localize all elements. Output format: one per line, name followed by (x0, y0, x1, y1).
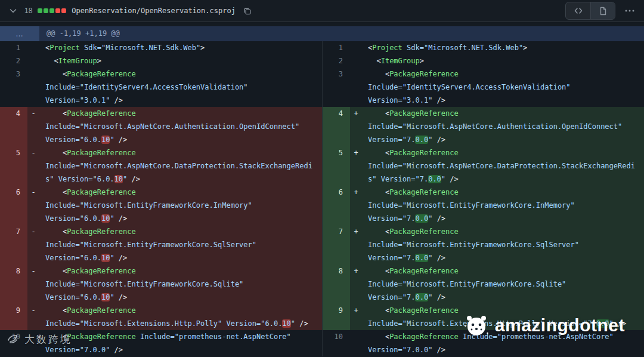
line-number[interactable]: 5 (0, 146, 27, 186)
diff-sign (27, 330, 39, 356)
kebab-horizontal-icon (624, 7, 635, 15)
word-diff-highlight: 0.0 (415, 254, 428, 262)
diff-row-left-2: 2 <ItemGroup> (0, 54, 322, 67)
word-diff-highlight: 10 (282, 319, 290, 328)
word-diff-highlight: 0.0 (596, 319, 609, 328)
code-line: <PackageReference Include="prometheus-ne… (362, 330, 644, 356)
word-diff-highlight: 10 (101, 254, 110, 262)
diff-row-left-1: 1<Project Sdk="Microsoft.NET.Sdk.Web"> (0, 41, 322, 54)
line-number[interactable]: 3 (323, 67, 350, 107)
code-line: <PackageReference Include="Microsoft.Ent… (362, 186, 644, 225)
diff-row-left-8: 8- <PackageReference Include="Microsoft.… (0, 264, 322, 304)
line-number[interactable]: 7 (0, 225, 27, 264)
line-number[interactable]: 2 (0, 54, 27, 67)
diff-row-right-5: 5+ <PackageReference Include="Microsoft.… (323, 146, 644, 186)
diff-row-left-5: 5- <PackageReference Include="Microsoft.… (0, 146, 322, 186)
diff-sign (350, 67, 362, 107)
file-path[interactable]: OpenReservation/OpenReservation.csproj (72, 7, 236, 15)
line-number[interactable]: 1 (323, 41, 350, 54)
diff-row-right-4: 4+ <PackageReference Include="Microsoft.… (323, 107, 644, 146)
diff-row-left-3: 3 <PackageReference Include="IdentitySer… (0, 67, 322, 107)
diffstat-block-add (44, 8, 48, 13)
code-line: <PackageReference Include="Microsoft.Ent… (39, 225, 322, 264)
diff-row-right-6: 6+ <PackageReference Include="Microsoft.… (323, 186, 644, 225)
code-line: <Project Sdk="Microsoft.NET.Sdk.Web"> (362, 41, 644, 54)
word-diff-highlight: 10 (114, 175, 123, 183)
line-number[interactable]: 8 (323, 264, 350, 304)
line-number[interactable]: 4 (323, 107, 350, 146)
word-diff-highlight: 0.0 (415, 214, 428, 223)
code-line: <PackageReference Include="Microsoft.Asp… (39, 107, 322, 146)
diff-sign: - (27, 107, 39, 146)
diffstat-block-del (61, 8, 66, 13)
code-line: <ItemGroup> (362, 54, 644, 67)
diff-sign (27, 41, 39, 54)
line-number[interactable]: 2 (323, 54, 350, 67)
word-diff-highlight: 0.0 (428, 175, 441, 183)
code-line: <PackageReference Include="Microsoft.Asp… (39, 146, 322, 186)
line-number[interactable]: 9 (323, 304, 350, 330)
rich-diff-button[interactable] (590, 2, 615, 19)
line-number[interactable]: 8 (0, 264, 27, 304)
diff-sign (27, 54, 39, 67)
diff-sign: + (350, 264, 362, 304)
diffstat (38, 8, 66, 13)
line-number[interactable]: 4 (0, 107, 27, 146)
diff-row-right-3: 3 <PackageReference Include="IdentitySer… (323, 67, 644, 107)
line-number[interactable]: 10 (323, 330, 350, 356)
code-line: <PackageReference Include="prometheus-ne… (39, 330, 322, 356)
collapse-file-button[interactable] (7, 5, 19, 17)
diff-right-pane: 1<Project Sdk="Microsoft.NET.Sdk.Web">2 … (322, 41, 644, 356)
expand-hunk-button[interactable]: … (0, 26, 39, 41)
code-line: <PackageReference Include="Microsoft.Asp… (362, 146, 644, 186)
line-number[interactable]: 6 (0, 186, 27, 225)
code-icon (574, 7, 583, 15)
diff-sign: - (27, 304, 39, 330)
diff-row-left-9: 9- <PackageReference Include="Microsoft.… (0, 304, 322, 330)
diff-row-right-10: 10 <PackageReference Include="prometheus… (323, 330, 644, 356)
file-header: 18 OpenReservation/OpenReservation.cspro… (0, 0, 644, 22)
diff-sign: + (350, 186, 362, 225)
diff-sign: + (350, 304, 362, 330)
diff-row-right-8: 8+ <PackageReference Include="Microsoft.… (323, 264, 644, 304)
diff-row-left-4: 4- <PackageReference Include="Microsoft.… (0, 107, 322, 146)
source-diff-button[interactable] (566, 2, 590, 19)
hunk-header: @@ -1,19 +1,19 @@ (39, 26, 120, 41)
line-number[interactable]: 10 (0, 330, 27, 356)
changed-lines-count: 18 (24, 7, 32, 15)
diff-sign: + (350, 146, 362, 186)
diff-sign (350, 41, 362, 54)
diff-row-right-9: 9+ <PackageReference Include="Microsoft.… (323, 304, 644, 330)
line-number[interactable]: 1 (0, 41, 27, 54)
diff-sign (27, 67, 39, 107)
diff-row-left-7: 7- <PackageReference Include="Microsoft.… (0, 225, 322, 264)
code-line: <PackageReference Include="Microsoft.Ext… (39, 304, 322, 330)
diff-sign: + (350, 107, 362, 146)
line-number[interactable]: 5 (323, 146, 350, 186)
diff-split-view: 1<Project Sdk="Microsoft.NET.Sdk.Web">2 … (0, 41, 644, 356)
code-line: <PackageReference Include="IdentityServe… (362, 67, 644, 107)
line-number[interactable]: 7 (323, 225, 350, 264)
code-line: <PackageReference Include="Microsoft.Ext… (362, 304, 644, 330)
file-options-button[interactable] (623, 5, 637, 17)
copy-path-button[interactable] (241, 5, 253, 17)
diff-viewer: 18 OpenReservation/OpenReservation.cspro… (0, 0, 644, 357)
diff-sign: - (27, 264, 39, 304)
diff-row-left-6: 6- <PackageReference Include="Microsoft.… (0, 186, 322, 225)
word-diff-highlight: 0.0 (415, 136, 428, 144)
file-icon (599, 7, 607, 16)
diff-sign: + (350, 225, 362, 264)
diff-row-right-7: 7+ <PackageReference Include="Microsoft.… (323, 225, 644, 264)
diff-left-pane: 1<Project Sdk="Microsoft.NET.Sdk.Web">2 … (0, 41, 322, 356)
diff-view-toggle (565, 2, 615, 20)
code-line: <PackageReference Include="IdentityServe… (39, 67, 322, 107)
line-number[interactable]: 6 (323, 186, 350, 225)
line-number[interactable]: 9 (0, 304, 27, 330)
line-number[interactable]: 3 (0, 67, 27, 107)
code-line: <Project Sdk="Microsoft.NET.Sdk.Web"> (39, 41, 322, 54)
diff-sign (350, 54, 362, 67)
diff-sign: - (27, 225, 39, 264)
diff-sign (350, 330, 362, 356)
diff-row-left-10: 10 <PackageReference Include="prometheus… (0, 330, 322, 356)
word-diff-highlight: 0.0 (415, 293, 428, 301)
